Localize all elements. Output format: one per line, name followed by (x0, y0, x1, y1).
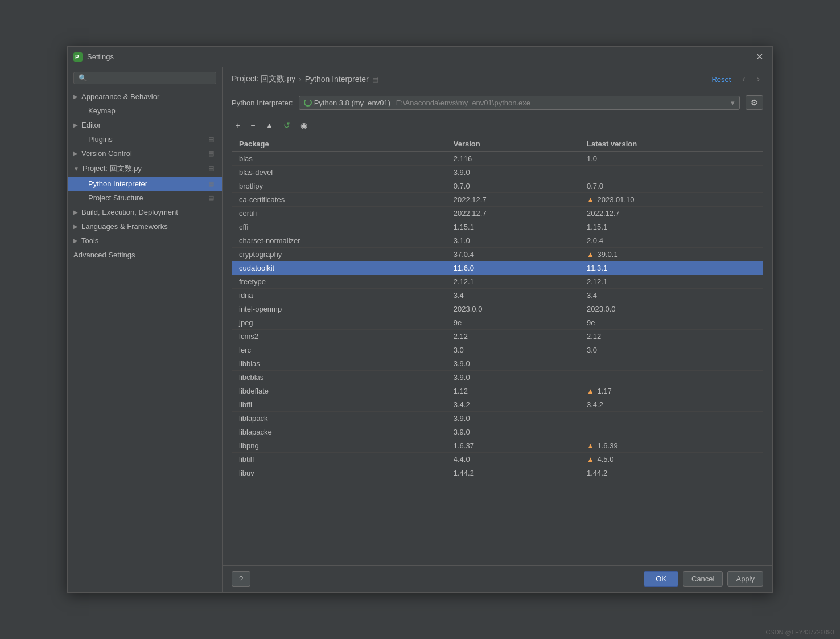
package-version: 1.12 (447, 384, 580, 398)
table-row[interactable]: libpng1.6.37▲ 1.6.39 (232, 439, 763, 452)
remove-package-button[interactable]: − (246, 119, 259, 132)
packages-toolbar: + − ▲ ↺ ◉ (223, 116, 772, 136)
table-row[interactable]: freetype2.12.12.12.1 (232, 275, 763, 288)
package-version: 1.15.1 (447, 220, 580, 234)
package-latest-version: ▲ 4.5.0 (580, 452, 763, 466)
table-row[interactable]: cffi1.15.11.15.1 (232, 220, 763, 234)
sidebar-item-version-control[interactable]: ▶ Version Control ▤ (68, 146, 222, 161)
breadcrumb-current: Python Interpreter (305, 75, 369, 84)
table-row[interactable]: idna3.43.4 (232, 288, 763, 302)
package-version: 2.12 (447, 329, 580, 343)
table-row[interactable]: libffi3.4.23.4.2 (232, 398, 763, 411)
package-latest-version (580, 425, 763, 439)
sidebar-item-python-interpreter[interactable]: Python Interpreter ▤ (68, 177, 222, 191)
interpreter-path: E:\Anaconda\envs\my_env01\python.exe (396, 99, 530, 107)
table-row[interactable]: libuv1.44.21.44.2 (232, 466, 763, 480)
watermark: CSDN @LFY437726093 (765, 629, 834, 636)
sidebar-item-plugins[interactable]: Plugins ▤ (68, 132, 222, 146)
package-version: 3.9.0 (447, 425, 580, 439)
package-latest-version: 2.12 (580, 329, 763, 343)
sidebar-search-input[interactable] (73, 72, 216, 84)
sidebar-item-build[interactable]: ▶ Build, Execution, Deployment (68, 205, 222, 219)
table-row[interactable]: liblapack3.9.0 (232, 411, 763, 425)
table-row[interactable]: libcblas3.9.0 (232, 370, 763, 384)
sidebar-item-languages[interactable]: ▶ Languages & Frameworks (68, 219, 222, 234)
table-row[interactable]: lcms22.122.12 (232, 329, 763, 343)
package-latest-version: 3.0 (580, 343, 763, 357)
packages-table-container: Package Version Latest version blas2.116… (232, 136, 763, 559)
table-row[interactable]: charset-normalizer3.1.02.0.4 (232, 234, 763, 247)
table-row[interactable]: certifi2022.12.72022.12.7 (232, 206, 763, 220)
sidebar-item-appearance[interactable]: ▶ Appearance & Behavior (68, 89, 222, 104)
eye-button[interactable]: ◉ (297, 119, 311, 132)
package-version: 1.44.2 (447, 466, 580, 480)
app-icon: P (73, 52, 83, 62)
table-row[interactable]: liblapacke3.9.0 (232, 425, 763, 439)
nav-back-button[interactable]: ‹ (739, 73, 748, 85)
sidebar-item-editor[interactable]: ▶ Editor (68, 118, 222, 132)
package-name: idna (232, 288, 447, 302)
package-latest-version: ▲ 2023.01.10 (580, 192, 763, 206)
table-row[interactable]: libdeflate1.12▲ 1.17 (232, 384, 763, 398)
table-row[interactable]: libblas3.9.0 (232, 357, 763, 370)
sidebar-item-tools[interactable]: ▶ Tools (68, 234, 222, 248)
table-row[interactable]: blas2.1161.0 (232, 151, 763, 165)
table-row[interactable]: lerc3.03.0 (232, 343, 763, 357)
nav-forward-button[interactable]: › (753, 73, 763, 85)
main-header: Project: 回文数.py › Python Interpreter ▤ R… (223, 67, 772, 89)
sidebar-item-project[interactable]: ▼ Project: 回文数.py ▤ (68, 161, 222, 177)
package-name: intel-openmp (232, 302, 447, 316)
table-header-row: Package Version Latest version (232, 136, 763, 152)
chevron-right-icon: ▶ (73, 223, 78, 230)
sidebar: ▶ Appearance & Behavior Keymap ▶ Editor … (68, 67, 223, 592)
sidebar-item-label: Python Interpreter (88, 179, 147, 188)
interpreter-select[interactable]: Python 3.8 (my_env01) E:\Anaconda\envs\m… (299, 96, 740, 110)
table-row[interactable]: intel-openmp2023.0.02023.0.0 (232, 302, 763, 316)
chevron-right-icon: ▶ (73, 209, 78, 215)
settings-dialog: P Settings ✕ ▶ Appearance & Behavior Key… (67, 46, 773, 593)
package-latest-version: 1.15.1 (580, 220, 763, 234)
package-name: libcblas (232, 370, 447, 384)
package-latest-version: 2022.12.7 (580, 206, 763, 220)
table-row[interactable]: blas-devel3.9.0 (232, 165, 763, 179)
package-version: 2022.12.7 (447, 192, 580, 206)
interpreter-gear-button[interactable]: ⚙ (746, 95, 763, 110)
breadcrumb-project: Project: 回文数.py (232, 74, 295, 84)
package-name: brotlipy (232, 179, 447, 192)
reset-button[interactable]: Reset (708, 73, 734, 85)
chevron-down-icon: ▼ (73, 166, 79, 172)
package-name: liblapack (232, 411, 447, 425)
sidebar-item-project-structure[interactable]: Project Structure ▤ (68, 191, 222, 205)
table-row[interactable]: ca-certificates2022.12.7▲ 2023.01.10 (232, 192, 763, 206)
package-name: cffi (232, 220, 447, 234)
apply-button[interactable]: Apply (727, 571, 763, 587)
sidebar-item-label: Advanced Settings (73, 251, 135, 259)
package-name: charset-normalizer (232, 234, 447, 247)
packages-table: Package Version Latest version blas2.116… (232, 136, 763, 480)
package-name: blas-devel (232, 165, 447, 179)
sidebar-item-keymap[interactable]: Keymap (68, 104, 222, 118)
refresh-packages-button[interactable]: ↺ (279, 119, 294, 132)
upgrade-package-button[interactable]: ▲ (261, 119, 277, 132)
breadcrumb-icon: ▤ (372, 75, 378, 83)
cancel-button[interactable]: Cancel (683, 571, 723, 587)
upgrade-arrow-icon: ▲ (587, 441, 596, 450)
table-row[interactable]: cudatoolkit11.6.011.3.1 (232, 261, 763, 275)
table-row[interactable]: jpeg9e9e (232, 316, 763, 329)
interpreter-label: Python Interpreter: (232, 99, 293, 107)
dropdown-arrow-icon: ▾ (731, 99, 735, 107)
package-latest-version: 1.44.2 (580, 466, 763, 480)
close-button[interactable]: ✕ (752, 50, 767, 63)
interpreter-name: Python 3.8 (my_env01) E:\Anaconda\envs\m… (314, 99, 728, 107)
settings-badge-icon: ▤ (208, 165, 216, 173)
add-package-button[interactable]: + (232, 119, 244, 132)
help-button[interactable]: ? (232, 571, 250, 587)
sidebar-item-label: Appearance & Behavior (81, 92, 159, 101)
dialog-footer: ? OK Cancel Apply (223, 565, 772, 592)
ok-button[interactable]: OK (644, 571, 678, 587)
sidebar-item-advanced[interactable]: Advanced Settings (68, 248, 222, 262)
package-latest-version: 2023.0.0 (580, 302, 763, 316)
table-row[interactable]: cryptography37.0.4▲ 39.0.1 (232, 247, 763, 261)
table-row[interactable]: libtiff4.4.0▲ 4.5.0 (232, 452, 763, 466)
table-row[interactable]: brotlipy0.7.00.7.0 (232, 179, 763, 192)
